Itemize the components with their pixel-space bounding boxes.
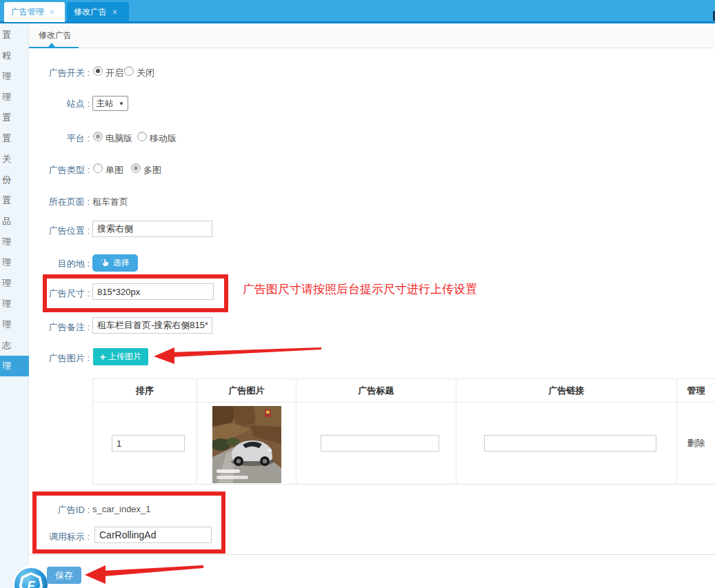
- tab-label: 修改广告: [74, 2, 107, 22]
- ad-switch-on-radio[interactable]: [93, 66, 103, 76]
- site-select[interactable]: 主站 ▼: [92, 96, 128, 111]
- table-header-row: 排序 广告图片 广告标题 广告链接 管理: [93, 379, 715, 403]
- save-button[interactable]: 保存: [47, 567, 81, 584]
- annotation-arrow-upload: [152, 345, 324, 365]
- annotation-box-id: [32, 491, 225, 554]
- destination-select-button[interactable]: 选择: [92, 254, 138, 272]
- ad-type-label: 广告类型 :: [14, 164, 90, 176]
- close-icon[interactable]: ×: [50, 8, 54, 17]
- platform-mobile-text: 移动版: [150, 132, 177, 145]
- close-icon[interactable]: ×: [112, 8, 117, 17]
- header-manage: 管理: [677, 379, 715, 403]
- destination-select-text: 选择: [113, 257, 130, 269]
- f-logo-icon: F: [12, 565, 50, 588]
- site-select-value: 主站: [97, 98, 113, 110]
- sidebar-item[interactable]: 程: [0, 45, 29, 66]
- ad-image-thumbnail: [212, 406, 281, 483]
- upload-image-text: 上传图片: [108, 351, 141, 363]
- header-sort: 排序: [93, 379, 197, 403]
- delete-link[interactable]: 删除: [687, 438, 705, 448]
- tab-label: 广告管理: [11, 2, 44, 22]
- image-label: 广告图片 :: [14, 352, 90, 365]
- svg-text:F: F: [27, 578, 36, 588]
- subtab-pointer-icon: [48, 43, 55, 47]
- annotation-arrow-save: [83, 562, 206, 585]
- ad-switch-label: 广告开关 :: [14, 67, 90, 79]
- header-title: 广告标题: [296, 379, 456, 403]
- ad-type-single-text: 单图: [105, 164, 123, 176]
- ad-type-single-radio[interactable]: [93, 163, 103, 173]
- header-link: 广告链接: [456, 379, 677, 403]
- header-image: 广告图片: [197, 379, 296, 403]
- remark-input[interactable]: [92, 317, 212, 334]
- ad-type-multi-text: 多图: [143, 164, 161, 176]
- floating-widget-button[interactable]: F: [12, 565, 50, 588]
- destination-label: 目的地 :: [14, 258, 90, 270]
- ad-switch-off-radio[interactable]: [124, 66, 134, 76]
- page-value: 租车首页: [92, 196, 128, 208]
- sub-tab-bar: [29, 23, 715, 48]
- sort-input[interactable]: [112, 435, 185, 452]
- ad-title-input[interactable]: [321, 435, 439, 452]
- sidebar-item[interactable]: 置: [0, 25, 29, 45]
- page-label: 所在页面 :: [14, 196, 90, 208]
- hand-pointer-icon: [101, 258, 110, 267]
- ad-switch-on-text: 开启: [105, 67, 123, 79]
- remark-label: 广告备注 :: [14, 321, 90, 334]
- tab-edit-ad[interactable]: 修改广告 ×: [67, 2, 129, 22]
- annotation-box-size: [43, 274, 228, 312]
- platform-mobile-radio[interactable]: [137, 132, 147, 141]
- position-input[interactable]: [92, 221, 212, 237]
- platform-pc-text: 电脑版: [105, 132, 132, 145]
- tab-ad-management[interactable]: 广告管理 ×: [4, 2, 65, 22]
- position-label: 广告位置 :: [14, 225, 90, 237]
- annotation-size-note: 广告图尺寸请按照后台提示尺寸进行上传设置: [243, 281, 477, 297]
- chevron-down-icon: ▼: [119, 101, 124, 107]
- platform-pc-radio[interactable]: [93, 132, 103, 141]
- page: { "colors": { "topbar_blue": "#39a9e3", …: [0, 0, 715, 588]
- ad-type-multi-radio[interactable]: [131, 163, 141, 173]
- top-bar: 广告管理 × 修改广告 ×: [0, 0, 715, 23]
- subtab-edit-ad[interactable]: 修改广告: [39, 23, 72, 48]
- platform-label: 平台 :: [14, 132, 90, 145]
- ad-link-input[interactable]: [484, 435, 656, 452]
- ad-switch-off-text: 关闭: [137, 67, 154, 79]
- upload-image-button[interactable]: + 上传图片: [93, 348, 148, 365]
- plus-icon: +: [100, 352, 105, 362]
- sidebar-item[interactable]: 置: [0, 108, 29, 128]
- site-label: 站点 :: [14, 98, 90, 110]
- table-row: 删除: [93, 403, 715, 485]
- ad-images-table: 排序 广告图片 广告标题 广告链接 管理: [92, 378, 715, 485]
